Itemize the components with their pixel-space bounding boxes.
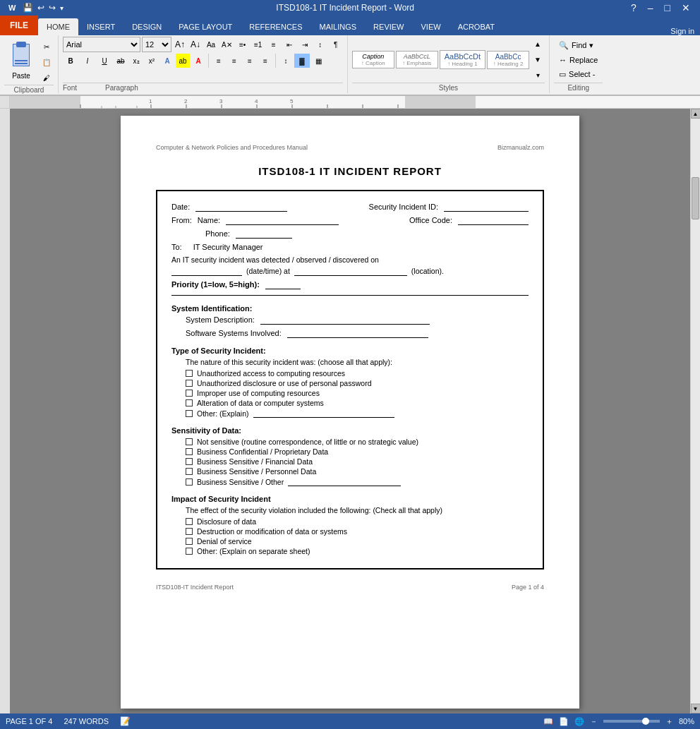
software-field[interactable] [287, 329, 428, 338]
quick-redo-icon[interactable]: ↪ [49, 3, 56, 13]
tab-references[interactable]: REFERENCES [241, 18, 310, 35]
highlight-button[interactable]: ab [176, 54, 190, 68]
copy-button[interactable]: 📋 [40, 55, 54, 69]
scroll-thumb[interactable] [692, 177, 699, 219]
name-field[interactable] [226, 216, 339, 225]
increase-indent-button[interactable]: ⇥ [298, 37, 312, 52]
decrease-indent-button[interactable]: ⇤ [282, 37, 296, 52]
justify-button[interactable]: ≡ [258, 54, 272, 68]
shrink-font-button[interactable]: A↓ [188, 37, 203, 52]
clear-format-button[interactable]: A✕ [219, 37, 234, 52]
replace-button[interactable]: ↔ Replace [554, 54, 603, 66]
zoom-out-icon[interactable]: － [590, 716, 598, 727]
tab-home[interactable]: HOME [38, 18, 78, 35]
incident-location-field[interactable] [294, 267, 407, 276]
quick-save-icon[interactable]: 💾 [23, 3, 33, 13]
style-heading2[interactable]: AaBbCc ↑ Heading 2 [487, 51, 529, 69]
style-heading1[interactable]: AaBbCcDt ↑ Heading 1 [440, 50, 485, 69]
sens-other-field[interactable] [288, 477, 401, 486]
view-read-icon[interactable]: 📖 [543, 717, 553, 726]
help-btn[interactable]: ? [627, 2, 641, 13]
checkbox-icon[interactable] [186, 468, 193, 475]
scroll-up-button[interactable]: ▲ [691, 109, 701, 119]
shading-button[interactable]: ▓ [294, 54, 310, 68]
sort-button[interactable]: ↕ [313, 37, 327, 52]
zoom-in-icon[interactable]: ＋ [665, 716, 673, 727]
quick-undo-icon[interactable]: ↩ [37, 3, 44, 13]
tab-mailings[interactable]: MAILINGS [311, 18, 366, 35]
align-left-button[interactable]: ≡ [212, 54, 226, 68]
tab-acrobat[interactable]: ACROBAT [449, 18, 503, 35]
styles-scroll-down[interactable]: ▼ [531, 53, 545, 67]
underline-button[interactable]: U [97, 54, 112, 68]
change-case-button[interactable]: Aa [204, 37, 218, 52]
zoom-thumb[interactable] [642, 718, 649, 725]
checkbox-icon[interactable] [186, 448, 193, 455]
grow-font-button[interactable]: A↑ [173, 37, 187, 52]
style-caption[interactable]: Caption ↑ Caption [352, 51, 394, 68]
scroll-track[interactable] [691, 119, 700, 704]
strikethrough-button[interactable]: ab [114, 54, 128, 68]
bullets-button[interactable]: ≡• [236, 37, 250, 52]
priority-field[interactable] [265, 280, 301, 289]
proofing-icon[interactable]: 📝 [120, 716, 131, 726]
incident-date-field[interactable] [171, 267, 242, 276]
find-button[interactable]: 🔍 Find ▾ [554, 39, 598, 52]
security-id-field[interactable] [444, 203, 529, 212]
align-center-button[interactable]: ≡ [227, 54, 241, 68]
styles-more[interactable]: ▾ [531, 68, 545, 83]
minimize-btn[interactable]: – [644, 2, 658, 13]
view-web-icon[interactable]: 🌐 [574, 717, 584, 726]
checkbox-icon[interactable] [186, 380, 193, 387]
checkbox-icon[interactable] [186, 478, 193, 486]
tab-view[interactable]: VIEW [413, 18, 449, 35]
text-effects-button[interactable]: A [160, 54, 174, 68]
borders-button[interactable]: ▦ [311, 54, 325, 68]
italic-button[interactable]: I [80, 54, 95, 68]
tab-design[interactable]: DESIGN [123, 18, 170, 35]
style-emphasis[interactable]: AaBbCcL ↑ Emphasis [396, 51, 438, 68]
format-painter-button[interactable]: 🖌 [40, 71, 54, 85]
checkbox-icon[interactable] [186, 548, 193, 555]
cut-button[interactable]: ✂ [40, 40, 54, 54]
scroll-down-button[interactable]: ▼ [691, 704, 701, 713]
close-btn[interactable]: ✕ [677, 2, 694, 13]
superscript-button[interactable]: x² [145, 54, 159, 68]
system-desc-field[interactable] [260, 315, 430, 325]
checkbox-icon[interactable] [186, 410, 193, 417]
multilevel-button[interactable]: ≡ [267, 37, 281, 52]
view-print-icon[interactable]: 📄 [559, 717, 569, 726]
vertical-scrollbar[interactable]: ▲ ▼ [690, 109, 700, 713]
tab-file[interactable]: FILE [0, 16, 38, 35]
paste-button[interactable]: Paste [4, 37, 38, 81]
subscript-button[interactable]: x₂ [129, 54, 143, 68]
checkbox-icon[interactable] [186, 528, 193, 535]
document-area[interactable]: Computer & Network Policies and Procedur… [10, 109, 690, 713]
checkbox-icon[interactable] [186, 438, 193, 445]
align-right-button[interactable]: ≡ [243, 54, 257, 68]
line-spacing-button[interactable]: ↕ [279, 54, 293, 68]
select-button[interactable]: ▭ Select - [554, 68, 600, 81]
font-name-select[interactable]: Arial [63, 37, 140, 52]
show-marks-button[interactable]: ¶ [329, 37, 343, 52]
tab-review[interactable]: REVIEW [365, 18, 412, 35]
styles-scroll-up[interactable]: ▲ [531, 37, 545, 52]
tab-insert[interactable]: INSERT [78, 18, 123, 35]
date-field[interactable] [195, 203, 287, 212]
checkbox-icon[interactable] [186, 458, 193, 465]
office-code-field[interactable] [458, 216, 529, 225]
checkbox-icon[interactable] [186, 518, 193, 525]
other-explain-field[interactable] [253, 409, 394, 418]
zoom-slider[interactable] [603, 720, 660, 723]
phone-field[interactable] [236, 229, 292, 239]
checkbox-icon[interactable] [186, 538, 193, 545]
checkbox-icon[interactable] [186, 399, 193, 406]
maximize-btn[interactable]: □ [660, 2, 675, 13]
font-color-button[interactable]: A [191, 54, 205, 68]
font-size-select[interactable]: 12 [142, 37, 171, 52]
checkbox-icon[interactable] [186, 370, 193, 377]
numbered-button[interactable]: ≡1 [251, 37, 265, 52]
tab-page-layout[interactable]: PAGE LAYOUT [170, 18, 241, 35]
bold-button[interactable]: B [63, 54, 78, 68]
sign-in-link[interactable]: Sign in [670, 27, 700, 35]
